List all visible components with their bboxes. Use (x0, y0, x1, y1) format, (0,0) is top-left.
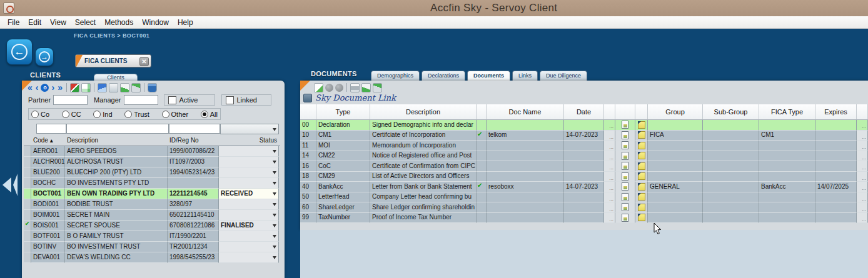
sync-records-icon[interactable] (131, 83, 141, 92)
date-picker-button[interactable]: ... (604, 213, 615, 224)
menu-edit[interactable]: Edit (24, 17, 46, 28)
date-picker-button[interactable]: ... (604, 172, 615, 182)
active-checkbox-group[interactable]: Active (164, 94, 215, 106)
open-document-button[interactable] (615, 131, 635, 141)
date-picker-button[interactable]: ... (604, 141, 615, 151)
header-idreg[interactable]: ID/Reg No (168, 136, 219, 145)
tab-links[interactable]: Links (512, 71, 538, 81)
date-picker-button[interactable]: ... (604, 131, 615, 141)
radio-all[interactable]: All (201, 111, 218, 118)
table-row[interactable]: 10 CM1 Certifciate of Incorporation ✔ te… (300, 131, 868, 141)
open-document-button[interactable] (615, 151, 635, 162)
table-row[interactable]: DEVA001 DEVA'S WELDING CC 1998/545255/23 (24, 252, 280, 263)
table-row[interactable]: 50 LetterHead Company Letter head confir… (300, 192, 868, 203)
import-records-icon[interactable] (98, 83, 107, 92)
status-dropdown[interactable] (219, 199, 279, 210)
export-icon[interactable] (361, 83, 371, 92)
note-button[interactable] (635, 141, 648, 151)
menu-view[interactable]: View (46, 17, 71, 28)
table-row[interactable]: BOTF001 B O FAMILY TRUST IT/1990/2201 (24, 231, 280, 242)
note-button[interactable] (635, 202, 648, 213)
table-row[interactable]: 18 CM29 List of Active Directors and Off… (300, 172, 868, 182)
note-button[interactable] (635, 131, 648, 141)
expires-picker-button[interactable]: ... (857, 151, 868, 162)
partner-input[interactable] (53, 95, 88, 105)
table-row[interactable]: BODI001 BODIBE TRUST 3280/97 (24, 199, 280, 210)
date-picker-button[interactable]: ... (604, 192, 615, 203)
table-row[interactable]: ✔ BOIS001 SECRET SPOUSE 6708081221086 FI… (24, 221, 280, 231)
delete-record-icon[interactable] (148, 83, 157, 92)
note-button[interactable] (635, 172, 648, 182)
expires-picker-button[interactable]: ... (857, 131, 868, 141)
date-picker-button[interactable]: ... (604, 161, 615, 172)
open-document-button[interactable] (615, 161, 635, 172)
table-row[interactable]: BOIM001 SECRET MAIN 6502121145410 (24, 210, 280, 221)
menu-methods[interactable]: Methods (100, 17, 138, 28)
expires-picker-button[interactable]: ... (857, 192, 868, 203)
note-button[interactable] (635, 161, 648, 172)
linked-checkbox-group[interactable]: Linked (221, 94, 271, 106)
grid-view-icon[interactable] (81, 83, 91, 92)
table-row[interactable]: BLUE200 BLUECHIP 200 (PTY) LTD 1994/0523… (24, 167, 280, 178)
sky-document-link[interactable]: Sky Document Link (303, 93, 396, 102)
table-row[interactable]: ALCHR001 ALCHROSA TRUST IT1097/2003 (24, 157, 280, 167)
table-row[interactable]: 60 ShareLedger Share Ledger confirming s… (300, 202, 868, 213)
table-row[interactable]: 99 TaxNumber Proof of Income Tax Number … (300, 213, 868, 224)
table-row[interactable]: 40 BankAcc Letter from Bank or Bank Stat… (300, 182, 868, 192)
open-document-button[interactable] (615, 202, 635, 213)
header-description[interactable]: Description (65, 136, 168, 145)
table-row-selected[interactable]: BOCT001 BEN OWN TRADING PTY LTD 12211214… (24, 189, 280, 199)
next-record-button[interactable]: › (51, 83, 55, 92)
copy-record-icon[interactable] (109, 83, 118, 92)
table-row[interactable]: 14 CM22 Notice of Registered office and … (300, 151, 868, 162)
open-document-button[interactable] (615, 120, 635, 131)
radio-ind[interactable]: Ind (93, 111, 112, 118)
expires-picker-button[interactable]: ... (857, 141, 868, 151)
manager-input[interactable] (124, 95, 158, 105)
radio-co[interactable]: Co (31, 111, 49, 118)
expires-picker-button[interactable]: ... (857, 120, 868, 131)
status-dropdown[interactable] (219, 167, 279, 178)
header-code[interactable]: Code ▴ (31, 136, 65, 145)
forward-button[interactable]: → (35, 47, 54, 66)
expires-picker-button[interactable]: ... (857, 172, 868, 182)
tab-demographics[interactable]: Demographics (371, 71, 420, 81)
table-row-selected[interactable]: 00 Declaration Signed Demographic info a… (300, 120, 868, 131)
date-picker-button[interactable]: ... (604, 202, 615, 213)
attach-icon[interactable] (373, 83, 382, 92)
open-document-button[interactable] (615, 213, 635, 224)
workspace-tab-fica-clients[interactable]: FICA CLIENTS ✕ (75, 54, 151, 67)
table-row[interactable]: BOTINV BO INVESTMENT TRUST TR2001/1234 (24, 242, 280, 252)
expires-picker-button[interactable]: ... (857, 182, 868, 192)
header-status[interactable]: Status (219, 136, 279, 145)
menu-file[interactable]: File (3, 17, 24, 28)
status-dropdown[interactable] (219, 157, 279, 167)
active-checkbox[interactable] (168, 96, 176, 104)
radio-trust[interactable]: Trust (124, 111, 149, 118)
open-document-button[interactable] (615, 192, 635, 203)
table-row[interactable]: BOCHC BO INVESTMENTS PTY LTD (24, 178, 280, 189)
date-picker-button[interactable]: ... (604, 151, 615, 162)
status-dropdown[interactable] (219, 146, 279, 157)
date-picker-button[interactable]: ... (604, 120, 615, 131)
note-button[interactable] (635, 182, 648, 192)
menu-window[interactable]: Window (138, 17, 173, 28)
table-row[interactable]: 16 CoC Certificate of Confirmation from … (300, 161, 868, 172)
last-record-button[interactable]: » (57, 83, 63, 92)
status-dropdown[interactable] (219, 252, 279, 263)
back-button[interactable]: ← (6, 39, 33, 65)
search-idreg-input[interactable] (169, 124, 220, 134)
search-code-input[interactable] (36, 124, 66, 134)
note-button[interactable] (635, 213, 648, 224)
menu-select[interactable]: Select (71, 17, 100, 28)
search-description-input[interactable] (66, 124, 169, 134)
date-picker-button[interactable]: ... (604, 182, 615, 192)
open-document-button[interactable] (615, 172, 635, 182)
status-dropdown[interactable]: FINALISED (219, 221, 279, 231)
sort-records-icon[interactable] (70, 83, 79, 92)
table-row[interactable]: 11 MOI Memorandum of Incorporation ... .… (300, 141, 868, 151)
print-icon[interactable] (350, 83, 360, 92)
close-tab-button[interactable]: ✕ (139, 57, 149, 66)
note-button[interactable] (635, 192, 648, 203)
previous-record-button[interactable]: ‹ (35, 83, 39, 92)
